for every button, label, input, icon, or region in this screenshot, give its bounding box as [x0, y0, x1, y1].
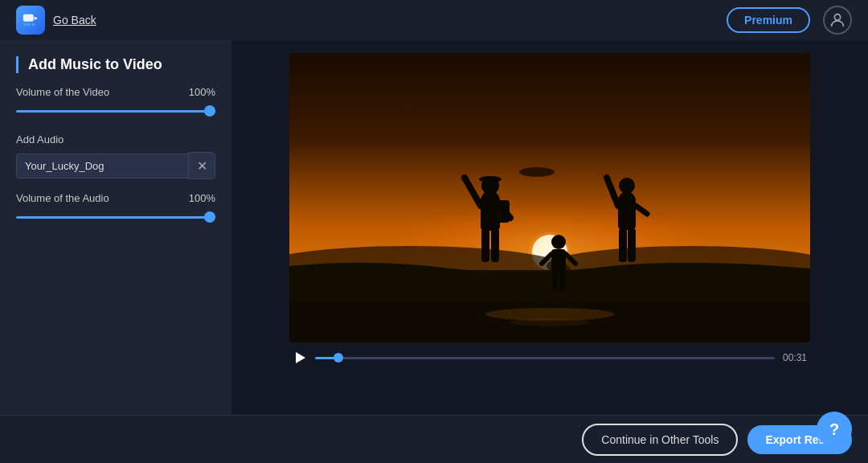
bottom-bar: Continue in Other Tools Export Res...	[0, 415, 868, 463]
svg-rect-2	[23, 23, 31, 27]
play-button[interactable]	[293, 350, 307, 365]
audio-volume-track	[16, 216, 215, 219]
svg-rect-31	[552, 270, 558, 290]
svg-point-22	[619, 178, 635, 194]
audio-volume-slider[interactable]	[16, 211, 215, 223]
main-content: Add Music to Video Volume of the Video 1…	[0, 40, 868, 415]
svg-rect-30	[551, 249, 566, 272]
audio-filename-input[interactable]	[16, 154, 188, 178]
svg-rect-23	[618, 196, 636, 230]
svg-rect-3	[32, 23, 35, 27]
video-volume-label: Volume of the Video	[16, 86, 109, 98]
svg-marker-1	[35, 16, 39, 20]
sidebar-title: Add Music to Video	[16, 56, 215, 73]
video-volume-fill	[16, 110, 215, 113]
svg-point-28	[519, 167, 555, 177]
sidebar: Add Music to Video Volume of the Video 1…	[0, 40, 231, 415]
svg-rect-25	[628, 228, 636, 262]
video-volume-slider[interactable]	[16, 104, 215, 117]
video-controls: 00:31	[289, 342, 810, 368]
svg-point-37	[510, 318, 590, 326]
svg-point-29	[551, 235, 566, 249]
close-icon: ✕	[197, 158, 207, 174]
add-audio-group: Add Audio ✕	[16, 130, 215, 179]
video-progress-thumb[interactable]	[334, 353, 343, 363]
svg-point-14	[479, 176, 502, 182]
help-icon: ?	[829, 420, 839, 439]
preview-area: 00:31	[231, 40, 868, 415]
video-container	[289, 53, 810, 342]
video-time-display: 00:31	[783, 352, 807, 363]
video-volume-thumb[interactable]	[204, 105, 215, 117]
svg-rect-18	[491, 228, 499, 262]
video-volume-track	[16, 110, 215, 113]
help-button[interactable]: ?	[817, 412, 852, 447]
continue-other-tools-button[interactable]: Continue in Other Tools	[582, 424, 738, 456]
video-volume-group: Volume of the Video 100%	[16, 86, 215, 117]
go-back-button[interactable]: Go Back	[53, 14, 96, 27]
svg-rect-0	[23, 14, 34, 22]
video-preview	[289, 53, 810, 342]
app-logo	[16, 6, 45, 35]
audio-volume-thumb[interactable]	[204, 211, 215, 223]
audio-file-row: ✕	[16, 152, 215, 179]
app-header: Go Back Premium	[0, 0, 868, 40]
svg-point-4	[834, 14, 840, 20]
header-left: Go Back	[16, 6, 96, 35]
audio-volume-group: Volume of the Audio 100%	[16, 192, 215, 223]
video-volume-value: 100%	[189, 86, 215, 98]
audio-volume-fill	[16, 216, 215, 219]
premium-button[interactable]: Premium	[727, 7, 810, 33]
audio-volume-label-row: Volume of the Audio 100%	[16, 192, 215, 204]
svg-rect-17	[481, 228, 489, 262]
user-avatar[interactable]	[823, 6, 852, 35]
video-volume-label-row: Volume of the Video 100%	[16, 86, 215, 98]
header-right: Premium	[727, 6, 852, 35]
audio-volume-label: Volume of the Audio	[16, 192, 109, 204]
video-progress-track[interactable]	[315, 357, 775, 359]
svg-rect-24	[619, 228, 627, 262]
audio-volume-value: 100%	[189, 192, 215, 204]
svg-rect-32	[559, 270, 565, 290]
svg-marker-38	[296, 352, 305, 363]
add-audio-label: Add Audio	[16, 133, 215, 145]
audio-clear-button[interactable]: ✕	[188, 152, 215, 179]
